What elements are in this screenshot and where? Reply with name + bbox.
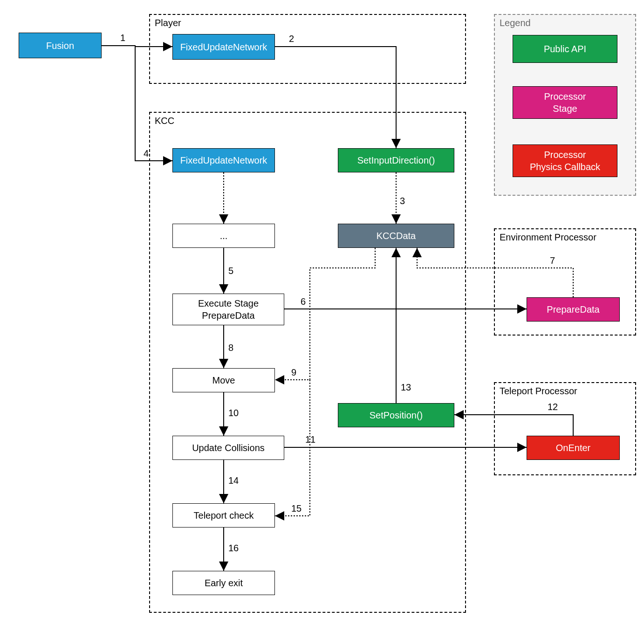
edge-label-3: 3 [400,196,405,206]
node-teleport-check: Teleport check [172,503,275,528]
group-env-label: Environment Processor [500,232,596,243]
node-kccdata: KCCData [338,224,454,248]
edge-label-5: 5 [228,266,233,276]
node-fusion: Fusion [19,33,102,58]
group-teleport: Teleport Processor [494,382,636,475]
edge-label-13: 13 [401,382,411,393]
edge-label-15: 15 [291,503,301,514]
edge-label-1: 1 [120,33,125,43]
node-kccdata-label: KCCData [377,230,416,242]
node-move: Move [172,368,275,392]
edge-label-4: 4 [144,148,149,159]
edge-label-6: 6 [301,296,306,307]
edge-label-16: 16 [228,543,239,554]
node-on-enter-label: OnEnter [556,442,590,454]
node-player-fun-label: FixedUpdateNetwork [180,41,267,53]
edge-label-9: 9 [291,367,296,378]
node-set-input: SetInputDirection() [338,148,454,172]
legend-callback-label: Processor Physics Callback [530,149,600,173]
legend-callback: Processor Physics Callback [513,144,617,177]
node-exec-stage: Execute Stage PrepareData [172,294,284,325]
edge-label-8: 8 [228,343,233,353]
node-set-input-label: SetInputDirection() [357,154,435,166]
edge-label-2: 2 [289,34,294,44]
legend-stage: Processor Stage [513,86,617,119]
node-exec-stage-label: Execute Stage PrepareData [198,297,259,322]
edge-label-11: 11 [305,434,315,445]
node-prepare-data: PrepareData [527,297,620,322]
node-move-label: Move [212,374,235,386]
edge-label-14: 14 [228,475,239,486]
node-player-fun: FixedUpdateNetwork [172,34,275,60]
node-set-position: SetPosition() [338,403,454,427]
node-ellipsis-label: ... [220,230,228,242]
node-early-exit-label: Early exit [205,577,243,589]
group-kcc: KCC [149,112,466,613]
group-kcc-label: KCC [155,116,174,126]
legend-api: Public API [513,35,617,63]
node-prepare-data-label: PrepareData [547,303,599,315]
legend-api-label: Public API [544,43,586,55]
legend-stage-label: Processor Stage [544,90,586,115]
node-early-exit: Early exit [172,571,275,595]
node-on-enter: OnEnter [527,436,620,460]
edge-label-7: 7 [550,255,555,266]
edge-label-10: 10 [228,408,239,418]
node-kcc-fun-label: FixedUpdateNetwork [180,154,267,166]
node-fusion-label: Fusion [46,40,74,52]
edge-label-12: 12 [548,402,558,412]
node-teleport-check-label: Teleport check [194,509,254,521]
node-update-coll: Update Collisions [172,436,284,460]
group-teleport-label: Teleport Processor [500,386,577,397]
node-set-position-label: SetPosition() [370,409,423,421]
node-ellipsis: ... [172,224,275,248]
group-player-label: Player [155,18,181,28]
group-legend-label: Legend [500,18,531,28]
node-update-coll-label: Update Collisions [192,442,265,454]
node-kcc-fun: FixedUpdateNetwork [172,148,275,172]
